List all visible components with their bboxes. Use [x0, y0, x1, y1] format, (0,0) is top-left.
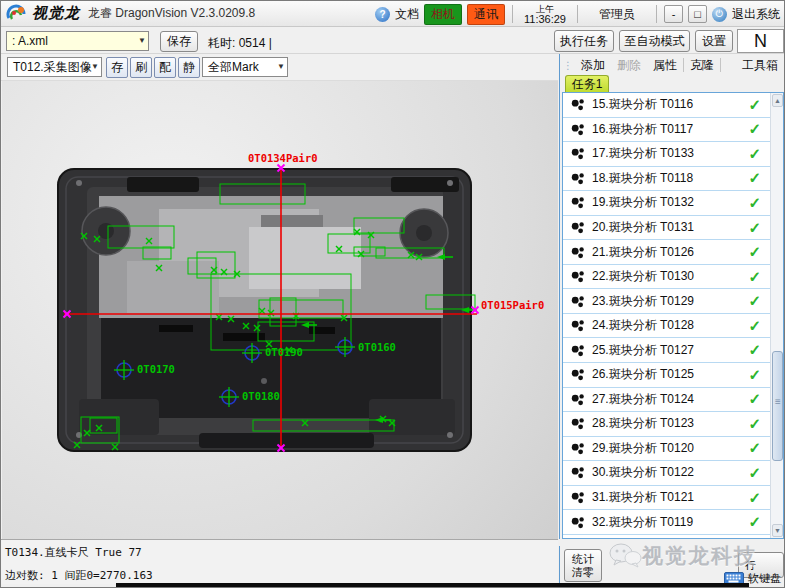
task-item[interactable]: 15.斑块分析 T0116✓	[563, 93, 771, 118]
toolbox-button[interactable]: 工具箱	[742, 57, 778, 74]
run-task-button[interactable]: 执行任务	[554, 30, 614, 52]
image-toolbar: T012.采集图像 ▼ 存 刷 配 静 全部Mark ▼	[1, 55, 558, 81]
blob-analysis-icon	[571, 123, 585, 136]
counter-display: N	[737, 29, 784, 53]
chevron-down-icon: ▼	[138, 36, 146, 45]
task-item-label: 24.斑块分析 T0128	[592, 317, 694, 334]
elapsed-time: 耗时: 0514 |	[208, 35, 272, 52]
task-item-label: 31.斑块分析 T0121	[592, 489, 694, 506]
task-item-label: 15.斑块分析 T0116	[592, 96, 693, 113]
maximize-button[interactable]: □	[688, 5, 707, 23]
check-icon: ✓	[748, 268, 761, 286]
camera-status-button[interactable]: 相机	[424, 4, 462, 25]
divider	[656, 5, 657, 23]
blob-analysis-icon	[571, 246, 585, 259]
task-item[interactable]: 18.斑块分析 T0118✓	[563, 167, 771, 192]
task-item-label: 17.斑块分析 T0133	[592, 145, 694, 162]
laptop-photo	[58, 169, 471, 451]
help-icon[interactable]: ?	[375, 7, 390, 22]
static-button[interactable]: 静	[178, 57, 200, 78]
clear-label: 清零	[565, 566, 601, 579]
overlay-label: 0T0180	[242, 390, 280, 402]
exit-button[interactable]: 退出系统	[732, 6, 780, 23]
check-icon: ✓	[748, 96, 761, 114]
task-item[interactable]: 28.斑块分析 T0123✓	[563, 412, 771, 437]
check-icon: ✓	[748, 464, 761, 482]
comm-status-button[interactable]: 通讯	[467, 4, 505, 25]
task-item[interactable]: 30.斑块分析 T0122✓	[563, 461, 771, 486]
task-properties-button[interactable]: 属性	[653, 57, 677, 74]
app-brand: 视觉龙	[32, 4, 80, 23]
task-item[interactable]: 32.斑块分析 T0119✓	[563, 510, 771, 535]
blob-analysis-icon	[571, 466, 585, 479]
task-item[interactable]: 22.斑块分析 T0130✓	[563, 265, 771, 290]
vendor-watermark: 视觉龙科技	[608, 542, 757, 570]
task-step-value: T012.采集图像	[13, 59, 92, 76]
check-icon: ✓	[748, 317, 761, 335]
check-icon: ✓	[748, 169, 761, 187]
clone-task-button[interactable]: 克隆	[690, 57, 714, 74]
store-button[interactable]: 存	[106, 57, 128, 78]
divider	[577, 5, 578, 23]
blob-analysis-icon	[571, 516, 585, 529]
task-item[interactable]: 19.斑块分析 T0132✓	[563, 191, 771, 216]
power-icon[interactable]: ⏻	[712, 7, 727, 22]
docs-button[interactable]: 文档	[395, 6, 419, 23]
task-item[interactable]: 16.斑块分析 T0117✓	[563, 118, 771, 143]
task-item[interactable]: 23.斑块分析 T0129✓	[563, 289, 771, 314]
settings-button[interactable]: 设置	[695, 30, 733, 52]
stats-clear-button[interactable]: 统计 清零	[564, 549, 602, 582]
check-icon: ✓	[748, 194, 761, 212]
stats-label: 统计	[565, 553, 601, 566]
overlay-label: 0T0190	[265, 346, 303, 358]
overlay-label: 0T015Pair0	[481, 299, 544, 311]
task-item[interactable]: 26.斑块分析 T0125✓	[563, 363, 771, 388]
toolbar-grip: ⋮	[563, 60, 572, 71]
save-button[interactable]: 保存	[160, 31, 198, 52]
task-panel: ⋮ 添加 删除 属性 克隆 工具箱 任务1 15.斑块分析 T0116✓16.斑…	[559, 54, 785, 539]
task-item-label: 22.斑块分析 T0130	[592, 268, 694, 285]
user-button[interactable]: 管理员	[585, 6, 649, 23]
task-item[interactable]: 31.斑块分析 T0121✓	[563, 486, 771, 511]
check-icon: ✓	[748, 292, 761, 310]
xml-file-combo[interactable]: : A.xml ▼	[6, 31, 149, 51]
task-item[interactable]: 25.斑块分析 T0127✓	[563, 338, 771, 363]
scroll-up-icon[interactable]: ▲	[772, 94, 783, 107]
tab-task1[interactable]: 任务1	[565, 75, 609, 92]
overlay-label: 0T0170	[137, 363, 175, 375]
chevron-down-icon: ▼	[91, 62, 99, 71]
task-step-combo[interactable]: T012.采集图像 ▼	[7, 57, 102, 77]
match-button[interactable]: 配	[154, 57, 176, 78]
title-bar: 视觉龙 龙睿 DragonVision V2.3.0209.8 ? 文档 相机 …	[1, 1, 784, 27]
inspection-image-canvas[interactable]: 0T0134Pair00T015Pair00T01600T01900T01700…	[2, 81, 558, 539]
blob-analysis-icon	[571, 270, 585, 283]
auto-mode-button[interactable]: 至自动模式	[619, 30, 690, 52]
mark-filter-combo[interactable]: 全部Mark ▼	[202, 57, 288, 77]
task-item-label: 19.斑块分析 T0132	[592, 194, 694, 211]
task-item[interactable]: 20.斑块分析 T0131✓	[563, 216, 771, 241]
blob-analysis-icon	[571, 368, 585, 381]
delete-task-button[interactable]: 删除	[617, 57, 641, 74]
task-item-label: 25.斑块分析 T0127	[592, 342, 694, 359]
task-item[interactable]: 21.斑块分析 T0126✓	[563, 240, 771, 265]
task-item-label: 32.斑块分析 T0119	[592, 514, 693, 531]
task-item[interactable]: 24.斑块分析 T0128✓	[563, 314, 771, 339]
scrollbar-thumb[interactable]	[772, 351, 783, 461]
check-icon: ✓	[748, 219, 761, 237]
refresh-button[interactable]: 刷	[130, 57, 152, 78]
clock-time: 11:36:29	[524, 14, 566, 24]
task-item[interactable]: 17.斑块分析 T0133✓	[563, 142, 771, 167]
check-icon: ✓	[748, 513, 761, 531]
check-icon: ✓	[748, 366, 761, 384]
check-icon: ✓	[748, 415, 761, 433]
minimize-button[interactable]: -	[664, 5, 683, 23]
main-toolbar: : A.xml ▼ 保存 耗时: 0514 | 执行任务 至自动模式 设置 N	[1, 28, 784, 54]
task-list-scrollbar[interactable]: ▲ ▼	[770, 93, 783, 538]
status-bar: T0134.直线卡尺 True 77 边对数: 1 间距0=2770.163	[1, 539, 558, 584]
blob-analysis-icon	[571, 319, 585, 332]
add-task-button[interactable]: 添加	[581, 57, 605, 74]
task-item[interactable]: 27.斑块分析 T0124✓	[563, 388, 771, 413]
check-icon: ✓	[748, 489, 761, 507]
scroll-down-icon[interactable]: ▼	[772, 524, 783, 537]
task-item[interactable]: 29.斑块分析 T0120✓	[563, 437, 771, 462]
